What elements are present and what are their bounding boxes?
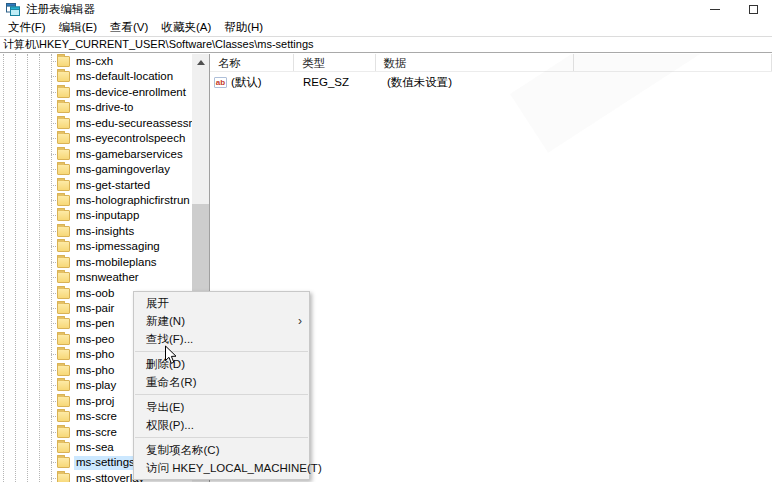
context-menu-item-11[interactable]: 访问 HKEY_LOCAL_MACHINE(T): [134, 459, 309, 477]
tree-item-ms-gamebarservices[interactable]: ms-gamebarservices: [0, 147, 191, 162]
folder-icon: [57, 210, 70, 221]
tree-item-label: ms-device-enrollment: [74, 86, 188, 100]
tree-item-ms-default-location[interactable]: ms-default-location: [0, 69, 191, 84]
context-menu-item-7[interactable]: 导出(E): [134, 398, 309, 416]
folder-icon: [57, 411, 70, 422]
folder-icon: [57, 457, 70, 468]
tree-item-label: ms-edu-secureassessment: [74, 117, 210, 131]
menu-item-0[interactable]: 文件(F): [3, 18, 51, 37]
folder-icon: [57, 303, 70, 314]
tree-item-ms-ipmessaging[interactable]: ms-ipmessaging: [0, 239, 191, 254]
folder-icon: [57, 149, 70, 160]
address-input[interactable]: [0, 38, 772, 52]
menu-item-1[interactable]: 编辑(E): [54, 18, 102, 37]
column-header-blank: [574, 54, 772, 71]
folder-icon: [57, 272, 70, 283]
value-type: REG_SZ: [295, 76, 377, 88]
tree-item-ms-insights[interactable]: ms-insights: [0, 224, 191, 239]
menu-bar: 文件(F)编辑(E)查看(V)收藏夹(A)帮助(H): [0, 19, 772, 37]
tree-item-label: ms-play: [74, 379, 118, 393]
tree-item-label: ms-proj: [74, 395, 116, 409]
minimize-icon: [710, 9, 720, 10]
folder-icon: [57, 195, 70, 206]
value-row-default[interactable]: ab (默认) REG_SZ (数值未设置): [210, 74, 772, 90]
maximize-button[interactable]: [734, 0, 772, 19]
folder-icon: [57, 365, 70, 376]
tree-item-label: ms-get-started: [74, 179, 152, 193]
tree-item-ms-cxh[interactable]: ms-cxh: [0, 54, 191, 69]
tree-item-ms-eyecontrolspeech[interactable]: ms-eyecontrolspeech: [0, 131, 191, 146]
tree-item-label: ms-eyecontrolspeech: [74, 132, 187, 146]
minimize-button[interactable]: [696, 0, 734, 19]
folder-icon: [57, 226, 70, 237]
context-menu-item-4[interactable]: 删除(D): [134, 355, 309, 373]
context-menu-item-1[interactable]: 新建(N)›: [134, 312, 309, 330]
tree-item-label: ms-gamebarservices: [74, 148, 185, 162]
tree-item-ms-mobileplans[interactable]: ms-mobileplans: [0, 255, 191, 270]
folder-icon: [57, 56, 70, 67]
menu-item-2[interactable]: 查看(V): [105, 18, 153, 37]
context-menu-item-10[interactable]: 复制项名称(C): [134, 441, 309, 459]
scroll-up-button[interactable]: [192, 54, 209, 71]
tree-item-label: ms-pho: [74, 364, 116, 378]
context-menu-item-8[interactable]: 权限(P)...: [134, 416, 309, 434]
tree-item-ms-edu-secureassessment[interactable]: ms-edu-secureassessment: [0, 116, 191, 131]
registry-editor-window: { "window": { "title": "注册表编辑器", "contro…: [0, 0, 772, 482]
folder-icon: [57, 164, 70, 175]
menu-item-4[interactable]: 帮助(H): [219, 18, 268, 37]
address-bar: [0, 37, 772, 53]
tree-item-ms-get-started[interactable]: ms-get-started: [0, 178, 191, 193]
window-title: 注册表编辑器: [26, 2, 95, 17]
folder-icon: [57, 118, 70, 129]
tree-item-ms-holographicfirstrun[interactable]: ms-holographicfirstrun: [0, 193, 191, 208]
folder-icon: [57, 349, 70, 360]
tree-item-label: ms-insights: [74, 225, 136, 239]
value-data: (数值未设置): [377, 75, 577, 90]
folder-icon: [57, 427, 70, 438]
folder-icon: [57, 87, 70, 98]
folder-icon: [57, 102, 70, 113]
context-menu-separator: [135, 437, 308, 438]
tree-item-ms-gamingoverlay[interactable]: ms-gamingoverlay: [0, 162, 191, 177]
column-header-type[interactable]: 类型: [294, 54, 375, 71]
registry-editor-icon: [6, 3, 20, 16]
tree-item-label: ms-peo: [74, 333, 116, 347]
tree-item-label: ms-ipmessaging: [74, 240, 162, 254]
tree-item-label: msnweather: [74, 271, 141, 285]
tree-item-label: ms-drive-to: [74, 101, 136, 115]
column-header-data[interactable]: 数据: [376, 54, 574, 71]
context-menu-separator: [135, 351, 308, 352]
tree-item-label: ms-cxh: [74, 55, 115, 69]
folder-icon: [57, 318, 70, 329]
context-menu-item-0[interactable]: 展开: [134, 294, 309, 312]
main-area: ms-cxhms-default-locationms-device-enrol…: [0, 54, 772, 482]
tree-item-label: ms-oob: [74, 287, 116, 301]
tree-item-ms-inputapp[interactable]: ms-inputapp: [0, 208, 191, 223]
tree-item-label: ms-pho: [74, 348, 116, 362]
folder-icon: [57, 133, 70, 144]
folder-icon: [57, 380, 70, 391]
folder-icon: [57, 257, 70, 268]
tree-item-ms-device-enrollment[interactable]: ms-device-enrollment: [0, 85, 191, 100]
list-header: 名称 类型 数据: [210, 54, 772, 72]
tree-item-label: ms-settings: [74, 456, 137, 470]
tree-item-label: ms-gamingoverlay: [74, 163, 172, 177]
tree-item-msnweather[interactable]: msnweather: [0, 270, 191, 285]
tree-item-label: ms-holographicfirstrun: [74, 194, 192, 208]
context-menu-item-2[interactable]: 查找(F)...: [134, 330, 309, 348]
tree-item-ms-drive-to[interactable]: ms-drive-to: [0, 100, 191, 115]
tree-item-label: ms-scre: [74, 426, 119, 440]
menu-item-3[interactable]: 收藏夹(A): [156, 18, 216, 37]
folder-icon: [57, 288, 70, 299]
folder-icon: [57, 334, 70, 345]
tree-item-label: ms-pen: [74, 317, 116, 331]
reg-sz-icon: ab: [214, 77, 227, 88]
context-menu-item-5[interactable]: 重命名(R): [134, 373, 309, 391]
tree-item-label: ms-mobileplans: [74, 256, 159, 270]
submenu-arrow-icon: ›: [298, 312, 302, 330]
scroll-up-icon: [197, 60, 205, 65]
context-menu: 展开新建(N)›查找(F)...删除(D)重命名(R)导出(E)权限(P)...…: [133, 291, 310, 480]
title-bar: 注册表编辑器: [0, 0, 772, 19]
column-header-name[interactable]: 名称: [210, 54, 294, 71]
folder-icon: [57, 473, 70, 482]
